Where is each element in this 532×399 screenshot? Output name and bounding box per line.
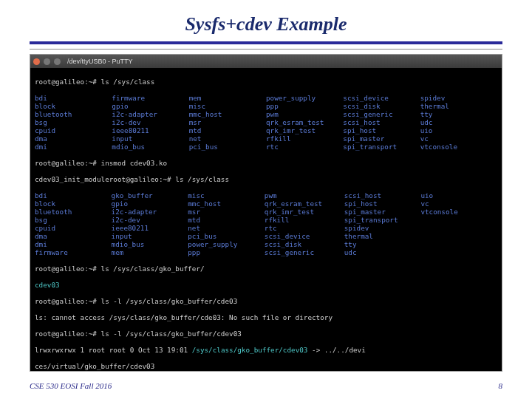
footer: CSE 530 EOSI Fall 2016 8 (30, 381, 502, 390)
slide-title: Sysfs+cdev Example (0, 0, 532, 41)
minimize-icon[interactable] (44, 58, 50, 65)
footer-left: CSE 530 EOSI Fall 2016 (30, 381, 112, 390)
ls-long-line: lrwxrwxrwx 1 root root 0 Oct 13 19:01 /s… (35, 346, 497, 354)
terminal-body: root@galileo:~# ls /sys/class bdi block … (30, 68, 502, 372)
prompt-line: root@galileo:~# ls /sys/class (35, 78, 497, 86)
prompt-line: root@galileo:~# ls -l /sys/class/gko_buf… (35, 297, 497, 305)
ls-output: cdev03 (35, 281, 497, 289)
prompt-line: root@galileo:~# insmod cdev03.ko (35, 159, 497, 167)
error-line: ls: cannot access /sys/class/gko_buffer/… (35, 313, 497, 321)
terminal-window: /dev/ttyUSB0 - PuTTY root@galileo:~# ls … (30, 54, 502, 372)
prompt-line: root@galileo:~# ls -l /sys/class/gko_buf… (35, 330, 497, 338)
title-rule (30, 41, 502, 44)
maximize-icon[interactable] (54, 58, 61, 65)
ls-output: bdi block bluetooth bsg cpuid dma dmi fi… (35, 94, 497, 151)
title-thin-rule (30, 49, 502, 50)
prompt-line: root@galileo:~# ls /sys/class/gko_buffer… (35, 265, 497, 273)
terminal-titlebar: /dev/ttyUSB0 - PuTTY (30, 55, 502, 68)
prompt-line: cdev03_init_moduleroot@galileo:~# ls /sy… (35, 175, 497, 183)
close-icon[interactable] (33, 58, 40, 65)
titlebar-text: /dev/ttyUSB0 - PuTTY (67, 58, 133, 65)
ls-long-line: ces/virtual/gko_buffer/cdev03 (35, 362, 497, 370)
ls-output: bdi block bluetooth bsg cpuid dma dmi fi… (35, 191, 497, 256)
footer-page-number: 8 (499, 381, 503, 390)
